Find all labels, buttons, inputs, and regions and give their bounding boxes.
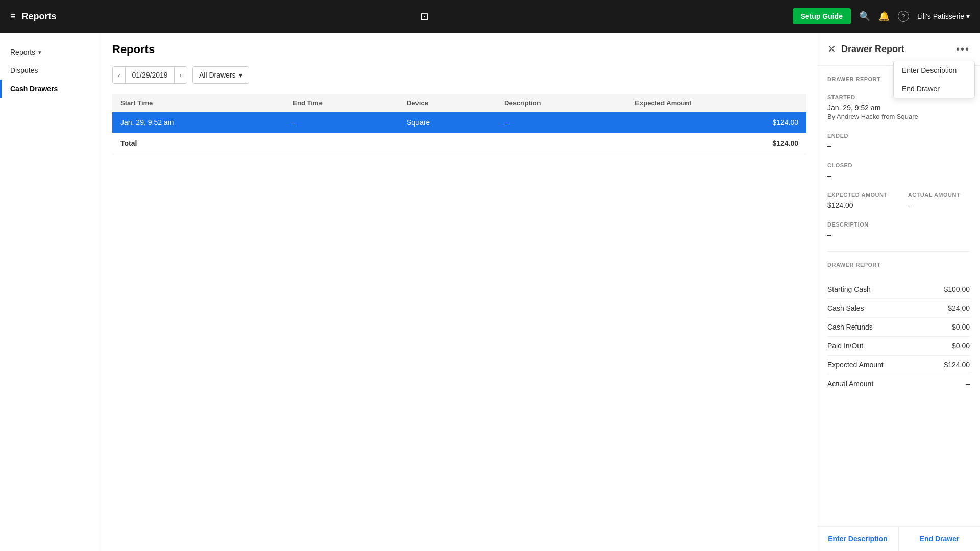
cell-empty-1 — [284, 133, 399, 154]
table-row[interactable]: Jan. 29, 9:52 am – Square – $124.00 — [112, 112, 806, 133]
report-line-cash-refunds: Cash Refunds $0.00 — [827, 318, 970, 337]
report-line-label: Actual Amount — [827, 380, 873, 388]
actual-amount-label: ACTUAL AMOUNT — [908, 192, 960, 198]
col-start-time: Start Time — [112, 94, 284, 112]
cell-device: Square — [399, 112, 496, 133]
drawer-header: ✕ Drawer Report ••• Enter Description En… — [817, 33, 980, 66]
main-content: Reports ‹ 01/29/2019 › All Drawers ▾ Sta… — [102, 33, 817, 551]
chevron-down-icon: ▾ — [239, 71, 242, 79]
drawer-filter-label: All Drawers — [199, 71, 236, 79]
drawer-footer: Enter Description End Drawer — [817, 526, 980, 551]
dropdown-end-drawer[interactable]: End Drawer — [894, 80, 974, 98]
dropdown-enter-description[interactable]: Enter Description — [894, 61, 974, 80]
toolbar: ‹ 01/29/2019 › All Drawers ▾ — [112, 66, 806, 84]
square-logo-icon: ⊡ — [420, 10, 429, 22]
started-by: By Andrew Hacko from Square — [827, 113, 970, 120]
sidebar-item-label: Disputes — [10, 66, 38, 74]
report-line-value: $100.00 — [944, 285, 970, 293]
col-expected-amount: Expected Amount — [627, 94, 806, 112]
drawer-close-button[interactable]: ✕ — [827, 43, 836, 55]
drawer-body: DRAWER REPORT STARTED Jan. 29, 9:52 am B… — [817, 66, 980, 526]
drawer-title: Drawer Report — [841, 44, 956, 55]
report-line-value: $24.00 — [948, 304, 970, 312]
total-label: Total — [112, 133, 284, 154]
help-icon[interactable]: ? — [898, 11, 909, 22]
sidebar: Reports ▾ Disputes Cash Drawers — [0, 33, 102, 551]
enter-description-button[interactable]: Enter Description — [817, 527, 899, 551]
hamburger-icon[interactable]: ≡ — [10, 11, 16, 22]
sidebar-item-reports[interactable]: Reports ▾ — [0, 43, 102, 61]
next-date-button[interactable]: › — [174, 67, 187, 83]
description-section: DESCRIPTION – — [827, 221, 970, 239]
page-title: Reports — [112, 43, 806, 56]
report-detail-label: DRAWER REPORT — [827, 262, 970, 268]
app-container: Reports ▾ Disputes Cash Drawers Reports … — [0, 33, 980, 551]
setup-guide-button[interactable]: Setup Guide — [793, 8, 851, 24]
total-amount: $124.00 — [627, 133, 806, 154]
report-detail-section: DRAWER REPORT — [827, 262, 970, 268]
started-date: Jan. 29, 9:52 am — [827, 104, 970, 112]
description-label: DESCRIPTION — [827, 221, 970, 228]
report-line-expected-amount: Expected Amount $124.00 — [827, 356, 970, 374]
sidebar-item-label: Reports — [10, 48, 35, 56]
search-icon[interactable]: 🔍 — [859, 11, 870, 22]
cell-description: – — [496, 112, 627, 133]
report-line-cash-sales: Cash Sales $24.00 — [827, 299, 970, 318]
cell-expected-amount: $124.00 — [627, 112, 806, 133]
date-nav: ‹ 01/29/2019 › — [112, 66, 187, 84]
date-label: 01/29/2019 — [126, 67, 174, 83]
sidebar-item-cash-drawers[interactable]: Cash Drawers — [0, 80, 102, 98]
closed-label: CLOSED — [827, 162, 970, 168]
drawer-filter-dropdown[interactable]: All Drawers ▾ — [192, 66, 249, 84]
cell-end-time: – — [284, 112, 399, 133]
ended-section: ENDED – — [827, 133, 970, 150]
report-line-label: Cash Sales — [827, 304, 864, 312]
end-drawer-button[interactable]: End Drawer — [899, 527, 980, 551]
actual-amount-col: ACTUAL AMOUNT – — [908, 192, 960, 209]
chevron-down-icon: ▾ — [38, 49, 41, 56]
bell-icon[interactable]: 🔔 — [878, 11, 890, 22]
report-line-value: $0.00 — [952, 323, 970, 331]
sidebar-item-disputes[interactable]: Disputes — [0, 61, 102, 80]
report-line-value: – — [966, 380, 970, 388]
cell-empty-2 — [399, 133, 496, 154]
drawer-more-button[interactable]: ••• — [956, 43, 970, 55]
total-row: Total $124.00 — [112, 133, 806, 154]
report-line-paid-in-out: Paid In/Out $0.00 — [827, 337, 970, 356]
top-nav: ≡ Reports ⊡ Setup Guide 🔍 🔔 ? Lili's Pat… — [0, 0, 980, 33]
report-line-value: $124.00 — [944, 361, 970, 369]
closed-section: CLOSED – — [827, 162, 970, 180]
closed-value: – — [827, 171, 970, 180]
dropdown-menu: Enter Description End Drawer — [893, 61, 975, 98]
col-end-time: End Time — [284, 94, 399, 112]
drawer-divider — [827, 251, 970, 252]
actual-amount-value: – — [908, 201, 960, 209]
cell-empty-3 — [496, 133, 627, 154]
report-table: Start Time End Time Device Description E… — [112, 94, 806, 154]
expected-amount-col: EXPECTED AMOUNT $124.00 — [827, 192, 888, 209]
report-lines: Starting Cash $100.00 Cash Sales $24.00 … — [827, 280, 970, 393]
drawer-panel: ✕ Drawer Report ••• Enter Description En… — [817, 33, 980, 551]
user-menu[interactable]: Lili's Patisserie ▾ — [917, 12, 970, 20]
nav-title: Reports — [22, 11, 57, 22]
report-line-label: Paid In/Out — [827, 342, 863, 350]
col-description: Description — [496, 94, 627, 112]
report-line-starting-cash: Starting Cash $100.00 — [827, 280, 970, 299]
report-line-label: Starting Cash — [827, 285, 871, 293]
expected-amount-label: EXPECTED AMOUNT — [827, 192, 888, 198]
report-line-label: Cash Refunds — [827, 323, 873, 331]
ended-value: – — [827, 142, 970, 150]
col-device: Device — [399, 94, 496, 112]
description-value: – — [827, 231, 970, 239]
cell-start-time: Jan. 29, 9:52 am — [112, 112, 284, 133]
report-line-value: $0.00 — [952, 342, 970, 350]
ended-label: ENDED — [827, 133, 970, 139]
amounts-section: EXPECTED AMOUNT $124.00 ACTUAL AMOUNT – — [827, 192, 970, 209]
expected-amount-value: $124.00 — [827, 201, 888, 209]
prev-date-button[interactable]: ‹ — [113, 67, 126, 83]
report-line-actual-amount: Actual Amount – — [827, 374, 970, 393]
sidebar-item-label: Cash Drawers — [10, 85, 58, 93]
report-line-label: Expected Amount — [827, 361, 884, 369]
